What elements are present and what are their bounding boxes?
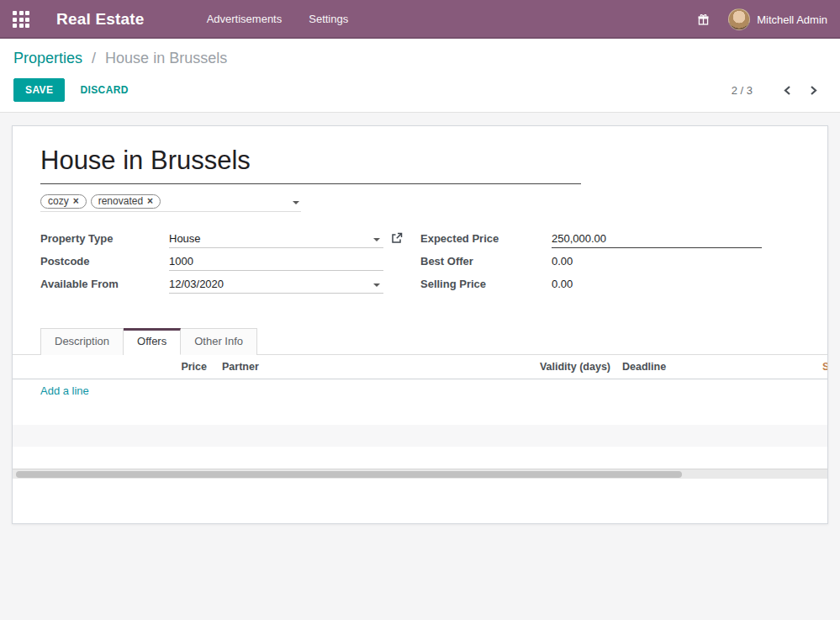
tag-label: cozy xyxy=(48,195,69,207)
pager-value: 2 / 3 xyxy=(732,84,753,97)
empty-row xyxy=(13,403,827,425)
available-from-field[interactable]: 12/03/2020 xyxy=(169,276,383,294)
property-type-field[interactable]: House xyxy=(169,231,383,248)
offers-list-header: Price Partner Validity (days) Deadline S xyxy=(13,355,827,379)
notebook-tabs: Description Offers Other Info xyxy=(13,328,827,355)
empty-row xyxy=(13,447,827,469)
field-label-expected-price: Expected Price xyxy=(420,231,552,245)
tag-renovated: renovated × xyxy=(91,194,161,209)
breadcrumb: Properties / House in Brussels xyxy=(13,50,827,67)
breadcrumb-separator: / xyxy=(87,50,101,66)
postcode-value: 1000 xyxy=(169,255,193,268)
offers-list: Price Partner Validity (days) Deadline S… xyxy=(13,355,827,469)
external-link-icon[interactable] xyxy=(391,232,403,244)
tab-offers[interactable]: Offers xyxy=(124,328,181,355)
breadcrumb-current: House in Brussels xyxy=(105,50,227,66)
tag-label: renovated xyxy=(98,195,143,207)
tab-description[interactable]: Description xyxy=(40,328,124,355)
horizontal-scrollbar xyxy=(13,469,827,479)
discard-button[interactable]: DISCARD xyxy=(80,84,128,96)
remove-tag-icon[interactable]: × xyxy=(147,195,153,207)
column-header-partner[interactable]: Partner xyxy=(207,361,539,373)
user-menu[interactable]: Mitchell Admin xyxy=(757,13,827,26)
left-column: Property Type House Postcode xyxy=(40,231,394,299)
property-type-value: House xyxy=(169,232,201,245)
column-header-validity[interactable]: Validity (days) xyxy=(539,361,610,373)
form-sheet: House in Brussels cozy × renovated × Pro… xyxy=(12,125,828,524)
available-from-value: 12/03/2020 xyxy=(169,278,224,290)
remove-tag-icon[interactable]: × xyxy=(73,195,79,207)
tag-cozy: cozy × xyxy=(40,194,87,209)
best-offer-value: 0.00 xyxy=(552,253,800,270)
field-label-postcode: Postcode xyxy=(40,253,169,268)
gift-icon[interactable] xyxy=(697,13,710,26)
app-name[interactable]: Real Estate xyxy=(56,10,145,29)
dropdown-caret-icon[interactable] xyxy=(293,201,299,204)
field-label-best-offer: Best Offer xyxy=(420,253,552,268)
chevron-left-icon[interactable] xyxy=(774,83,800,98)
column-header-deadline[interactable]: Deadline xyxy=(610,361,753,373)
sheet-bottom xyxy=(40,479,800,521)
pager: 2 / 3 xyxy=(732,83,827,98)
field-label-available-from: Available From xyxy=(40,276,169,290)
right-column: Expected Price 250,000.00 Best Offer 0.0… xyxy=(420,231,800,299)
column-header-status-clipped: S xyxy=(753,361,827,373)
postcode-field[interactable]: 1000 xyxy=(169,253,383,271)
dropdown-caret-icon[interactable] xyxy=(373,284,380,287)
tab-other-info[interactable]: Other Info xyxy=(181,328,257,355)
selling-price-value: 0.00 xyxy=(552,276,800,293)
dropdown-caret-icon[interactable] xyxy=(373,238,380,241)
add-a-line-link[interactable]: Add a line xyxy=(40,384,89,397)
breadcrumb-properties[interactable]: Properties xyxy=(13,50,82,66)
empty-row xyxy=(13,425,827,447)
apps-menu-icon[interactable] xyxy=(13,11,29,28)
field-grid: Property Type House Postcode xyxy=(40,231,800,299)
menu-advertisements[interactable]: Advertisements xyxy=(193,0,296,39)
content-area: House in Brussels cozy × renovated × Pro… xyxy=(0,113,840,524)
menu-settings[interactable]: Settings xyxy=(295,0,362,39)
control-panel: Properties / House in Brussels SAVE DISC… xyxy=(0,39,840,113)
save-button[interactable]: SAVE xyxy=(13,78,65,102)
expected-price-field[interactable]: 250,000.00 xyxy=(552,231,762,248)
property-name-input[interactable]: House in Brussels xyxy=(40,145,581,184)
tags-field[interactable]: cozy × renovated × xyxy=(40,194,301,212)
top-navbar: Real Estate Advertisements Settings Mitc… xyxy=(0,0,840,39)
add-line-row: Add a line xyxy=(13,379,827,403)
field-label-selling-price: Selling Price xyxy=(420,276,552,290)
column-header-price[interactable]: Price xyxy=(13,361,207,373)
avatar[interactable] xyxy=(728,8,750,30)
clipped-header-text: S xyxy=(822,361,827,373)
chevron-right-icon[interactable] xyxy=(800,83,827,98)
field-label-property-type: Property Type xyxy=(40,231,169,245)
scrollbar-thumb[interactable] xyxy=(16,471,682,478)
